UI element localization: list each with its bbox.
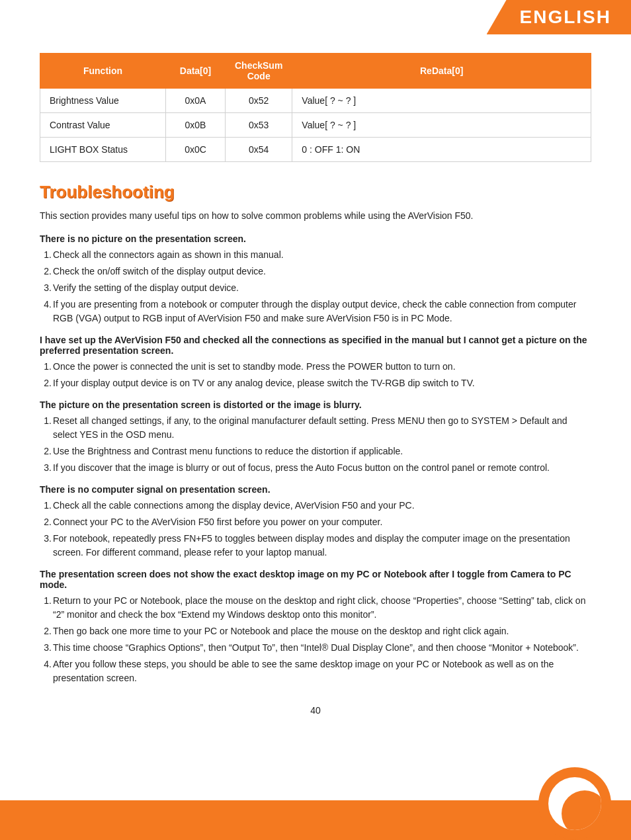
list-item: Check all the connectors again as shown … [53, 248, 591, 262]
section-list-1: Once the power is connected the unit is … [40, 360, 591, 390]
list-item: If you are presenting from a notebook or… [53, 298, 591, 325]
table-cell-function: LIGHT BOX Status [40, 138, 166, 162]
troubleshooting-intro: This section provides many useful tips o… [40, 209, 591, 223]
list-item: This time choose “Graphics Options”, the… [53, 641, 591, 655]
section-list-3: Check all the cable connections among th… [40, 499, 591, 560]
list-item: Reset all changed settings, if any, to t… [53, 414, 591, 442]
list-item: Check all the cable connections among th… [53, 499, 591, 513]
section-heading-2: The picture on the presentation screen i… [40, 399, 591, 410]
list-item: Then go back one more time to your PC or… [53, 624, 591, 638]
page-number: 40 [40, 705, 591, 716]
list-item: Use the Brightness and Contrast menu fun… [53, 444, 591, 458]
troubleshooting-heading: Troubleshooting [40, 182, 591, 202]
section-list-4: Return to your PC or Notebook, place the… [40, 594, 591, 685]
table-row: Brightness Value0x0A0x52Value[ ? ~ ? ] [40, 89, 591, 113]
table-header-checksum: CheckSum Code [226, 54, 292, 89]
list-item: Return to your PC or Notebook, place the… [53, 594, 591, 622]
section-heading-3: There is no computer signal on presentat… [40, 484, 591, 495]
table-cell-data: 0x0C [166, 138, 226, 162]
table-cell-checksum: 0x53 [226, 113, 292, 138]
english-banner: ENGLISH [487, 0, 631, 34]
list-item: After you follow these steps, you should… [53, 657, 591, 685]
table-cell-redata: Value[ ? ~ ? ] [292, 113, 591, 138]
section-list-0: Check all the connectors again as shown … [40, 248, 591, 325]
section-heading-1: I have set up the AVerVision F50 and che… [40, 335, 591, 356]
data-table: Function Data[0] CheckSum Code ReData[0]… [40, 53, 591, 162]
troubleshooting-sections: There is no picture on the presentation … [40, 233, 591, 685]
table-cell-redata: 0 : OFF 1: ON [292, 138, 591, 162]
table-cell-checksum: 0x54 [226, 138, 292, 162]
list-item: For notebook, repeatedly press FN+F5 to … [53, 532, 591, 560]
list-item: If your display output device is on TV o… [53, 376, 591, 390]
section-list-2: Reset all changed settings, if any, to t… [40, 414, 591, 475]
table-row: LIGHT BOX Status0x0C0x540 : OFF 1: ON [40, 138, 591, 162]
table-cell-redata: Value[ ? ~ ? ] [292, 89, 591, 113]
troubleshooting-section: Troubleshooting This section provides ma… [40, 182, 591, 685]
section-heading-4: The presentation screen does not show th… [40, 569, 591, 590]
table-cell-function: Contrast Value [40, 113, 166, 138]
table-cell-data: 0x0A [166, 89, 226, 113]
list-item: Verify the setting of the display output… [53, 281, 591, 295]
section-heading-0: There is no picture on the presentation … [40, 233, 591, 244]
table-cell-function: Brightness Value [40, 89, 166, 113]
table-cell-data: 0x0B [166, 113, 226, 138]
list-item: Once the power is connected the unit is … [53, 360, 591, 374]
logo-circle [538, 767, 611, 840]
table-cell-checksum: 0x52 [226, 89, 292, 113]
logo-circle-inner [548, 777, 601, 830]
list-item: If you discover that the image is blurry… [53, 461, 591, 475]
bottom-bar [0, 800, 631, 840]
table-row: Contrast Value0x0B0x53Value[ ? ~ ? ] [40, 113, 591, 138]
list-item: Connect your PC to the AVerVision F50 fi… [53, 515, 591, 529]
table-header-function: Function [40, 54, 166, 89]
table-header-redata: ReData[0] [292, 54, 591, 89]
table-header-data: Data[0] [166, 54, 226, 89]
logo-arc [562, 790, 601, 830]
list-item: Check the on/off switch of the display o… [53, 265, 591, 278]
